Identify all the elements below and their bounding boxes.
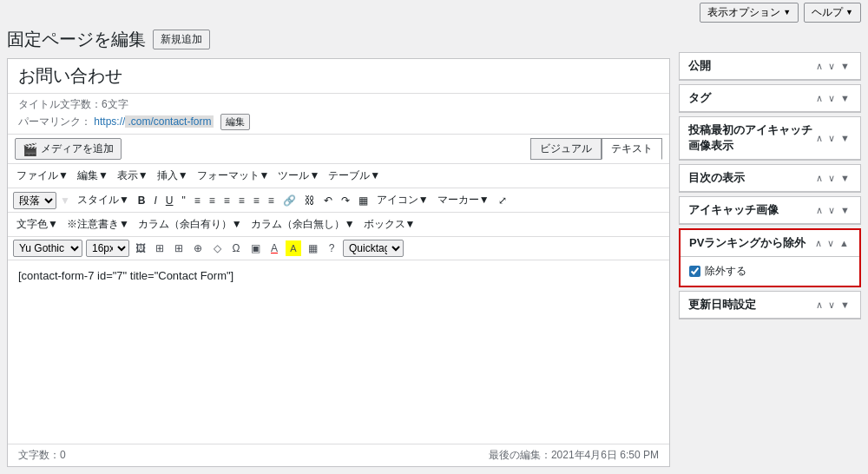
tab-visual[interactable]: ビジュアル xyxy=(530,138,602,160)
sidebar-controls-publish: ∧ ∨ ▼ xyxy=(814,61,852,72)
icon-menu[interactable]: アイコン▼ xyxy=(373,191,432,209)
align-center-button[interactable]: ≡ xyxy=(235,193,248,208)
italic-button[interactable]: I xyxy=(150,193,160,208)
link-button[interactable]: 🔗 xyxy=(279,193,299,208)
redo-button[interactable]: ↷ xyxy=(338,193,353,208)
sidebar-controls-eyecatch-first: ∧ ∨ ▼ xyxy=(814,133,852,144)
eyecatch-first-up-button[interactable]: ∧ xyxy=(814,133,825,144)
eyecatch-first-close-button[interactable]: ▼ xyxy=(838,133,852,143)
permalink-label: パーマリンク： xyxy=(18,115,91,128)
editor-text: [contact-form-7 id="7" title="Contact Fo… xyxy=(18,269,233,282)
pv-ranking-up-button[interactable]: ∧ xyxy=(813,238,824,249)
new-add-button[interactable]: 新規追加 xyxy=(153,30,210,49)
eyecatch-close-button[interactable]: ▼ xyxy=(838,205,852,215)
tags-up-button[interactable]: ∧ xyxy=(814,93,825,104)
list-unordered-button[interactable]: ≡ xyxy=(191,193,204,208)
eyecatch-first-down-button[interactable]: ∨ xyxy=(826,133,837,144)
add-icon[interactable]: ⊕ xyxy=(190,240,206,256)
toc-up-button[interactable]: ∧ xyxy=(814,173,825,184)
list-ordered-button[interactable]: ≡ xyxy=(206,193,219,208)
menu-insert[interactable]: 挿入▼ xyxy=(154,167,192,185)
omega-icon[interactable]: Ω xyxy=(228,240,244,256)
quote-button[interactable]: " xyxy=(178,193,188,208)
marker-menu[interactable]: マーカー▼ xyxy=(434,191,493,209)
exclude-checkbox-label[interactable]: 除外する xyxy=(689,264,851,279)
menu-tools[interactable]: ツール▼ xyxy=(274,167,323,185)
unlink-button[interactable]: ⛓ xyxy=(301,193,319,208)
editor-panel: タイトル文字数：6文字 パーマリンク： https://.com/contact… xyxy=(7,58,670,467)
tab-text[interactable]: テキスト xyxy=(602,138,662,160)
underline-button[interactable]: U xyxy=(162,193,177,208)
close-button[interactable]: ▼ xyxy=(838,61,852,71)
font-color-menu[interactable]: 文字色▼ xyxy=(13,215,62,234)
table-icon[interactable]: ⊞ xyxy=(152,240,168,256)
menu-view[interactable]: 表示▼ xyxy=(114,167,152,185)
sidebar-section-eyecatch-first-header: 投稿最初のアイキャッチ画像表示 ∧ ∨ ▼ xyxy=(680,117,860,160)
hex-icon[interactable]: ◇ xyxy=(209,240,225,256)
right-sidebar: 公開 ∧ ∨ ▼ タグ ∧ ∨ ▼ xyxy=(679,52,861,467)
image-icon[interactable]: 🖼 xyxy=(133,240,148,256)
chart-button[interactable]: ▦ xyxy=(355,193,372,208)
permalink-edit-button[interactable]: 編集 xyxy=(220,114,250,130)
pv-ranking-close-button[interactable]: ▲ xyxy=(838,238,851,248)
font-family-select[interactable]: Yu Gothic ... xyxy=(13,240,82,257)
sidebar-section-tags-header: タグ ∧ ∨ ▼ xyxy=(680,85,860,112)
display-options-button[interactable]: 表示オプション xyxy=(700,3,799,23)
editor-content[interactable]: [contact-form-7 id="7" title="Contact Fo… xyxy=(8,260,669,444)
tags-down-button[interactable]: ∨ xyxy=(826,93,837,104)
square-icon[interactable]: ▣ xyxy=(247,240,263,256)
toc-close-button[interactable]: ▼ xyxy=(838,173,852,183)
sidebar-controls-pv-ranking: ∧ ∨ ▲ xyxy=(813,238,851,249)
post-title-input[interactable] xyxy=(8,59,669,94)
notice-menu[interactable]: ※注意書き▼ xyxy=(63,215,133,234)
highlight-icon[interactable]: A xyxy=(286,240,301,256)
box-menu[interactable]: ボックス▼ xyxy=(360,215,419,234)
tags-close-button[interactable]: ▼ xyxy=(838,93,852,103)
paragraph-select[interactable]: 段落 xyxy=(13,192,56,209)
status-bar: 文字数：0 最後の編集：2021年4月6日 6:50 PM xyxy=(8,444,669,466)
update-date-down-button[interactable]: ∨ xyxy=(826,300,837,311)
style-select[interactable]: スタイル▼ xyxy=(74,191,133,209)
permalink-url[interactable]: https://.com/contact-form xyxy=(94,115,216,128)
page-title: 固定ページを編集 xyxy=(7,28,146,51)
table2-icon[interactable]: ▦ xyxy=(305,240,320,256)
menu-file[interactable]: ファイル▼ xyxy=(13,167,72,185)
menu-format[interactable]: フォーマット▼ xyxy=(194,167,273,185)
align-justify-button[interactable]: ≡ xyxy=(265,193,278,208)
exclude-checkbox-text: 除外する xyxy=(705,264,746,279)
update-date-up-button[interactable]: ∧ xyxy=(814,300,825,311)
undo-button[interactable]: ↶ xyxy=(320,193,336,208)
collapse-down-button[interactable]: ∨ xyxy=(826,61,837,72)
sidebar-section-toc: 目次の表示 ∧ ∨ ▼ xyxy=(679,164,861,193)
column-full-menu[interactable]: カラム（余白有り）▼ xyxy=(135,215,246,234)
sidebar-section-pv-ranking-header: PVランキングから除外 ∧ ∨ ▲ xyxy=(681,230,859,257)
font-size-select[interactable]: 16px xyxy=(86,240,129,257)
menu-table[interactable]: テーブル▼ xyxy=(325,167,384,185)
column-none-menu[interactable]: カラム（余白無し）▼ xyxy=(247,215,358,234)
toolbar-row-1: ファイル▼ 編集▼ 表示▼ 挿入▼ フォーマット▼ ツール▼ テーブル▼ xyxy=(8,164,669,188)
quicktags-select[interactable]: Quicktags xyxy=(343,240,404,257)
char-count: タイトル文字数：6文字 xyxy=(18,97,659,112)
expand-button[interactable]: ⤢ xyxy=(495,193,510,208)
eyecatch-up-button[interactable]: ∧ xyxy=(814,205,825,216)
align-right-button[interactable]: ≡ xyxy=(250,193,263,208)
grid-icon[interactable]: ⊞ xyxy=(171,240,187,256)
bold-button[interactable]: B xyxy=(135,193,149,208)
exclude-checkbox[interactable] xyxy=(689,266,700,277)
help-button[interactable]: ヘルプ xyxy=(804,3,861,23)
editor-tabs-row: 🎬 メディアを追加 ビジュアル テキスト xyxy=(8,135,669,164)
menu-edit[interactable]: 編集▼ xyxy=(74,167,112,185)
update-date-close-button[interactable]: ▼ xyxy=(838,300,852,310)
pv-ranking-down-button[interactable]: ∨ xyxy=(825,238,836,249)
align-left-button[interactable]: ≡ xyxy=(220,193,233,208)
collapse-up-button[interactable]: ∧ xyxy=(814,61,825,72)
eyecatch-down-button[interactable]: ∨ xyxy=(826,205,837,216)
toolbar-row-2: 段落 ▼ スタイル▼ B I U " ≡ ≡ ≡ ≡ ≡ ≡ 🔗 ⛓ ↶ xyxy=(8,188,669,213)
sidebar-section-update-date-header: 更新日時設定 ∧ ∨ ▼ xyxy=(680,292,860,319)
add-media-icon: 🎬 xyxy=(23,142,37,156)
toc-down-button[interactable]: ∨ xyxy=(826,173,837,184)
help-icon[interactable]: ? xyxy=(324,240,339,256)
add-media-button[interactable]: 🎬 メディアを追加 xyxy=(15,138,122,160)
font-color-icon[interactable]: A xyxy=(266,240,282,256)
toolbar-row-3: 文字色▼ ※注意書き▼ カラム（余白有り）▼ カラム（余白無し）▼ ボックス▼ xyxy=(8,213,669,237)
